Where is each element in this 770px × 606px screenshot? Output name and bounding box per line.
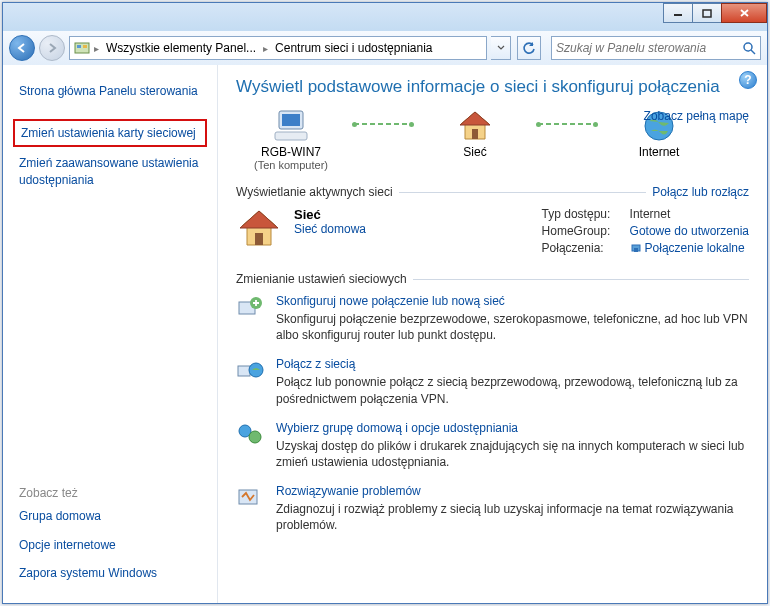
- change-settings-heading: Zmienianie ustawień sieciowych: [236, 272, 407, 286]
- chevron-right-icon: ▸: [263, 43, 268, 54]
- active-network-row: Sieć Sieć domowa Typ dostępu:Internet Ho…: [236, 207, 749, 258]
- task-link[interactable]: Wybierz grupę domową i opcje udostępnian…: [276, 421, 749, 435]
- chevron-down-icon: [497, 45, 505, 51]
- map-network-label: Sieć: [463, 145, 486, 159]
- svg-rect-0: [674, 14, 682, 16]
- prop-homegroup-label: HomeGroup:: [542, 224, 622, 238]
- task-desc: Skonfiguruj połączenie bezprzewodowe, sz…: [276, 311, 749, 343]
- address-dropdown-button[interactable]: [491, 36, 511, 60]
- refresh-icon: [522, 41, 536, 55]
- see-also-heading: Zobacz też: [13, 482, 207, 504]
- close-button[interactable]: [721, 3, 767, 23]
- minimize-button[interactable]: [663, 3, 693, 23]
- map-connection-line: [354, 109, 412, 139]
- active-networks-heading: Wyświetlanie aktywnych sieci: [236, 185, 393, 199]
- page-title: Wyświetl podstawowe informacje o sieci i…: [236, 77, 749, 97]
- svg-point-20: [249, 431, 261, 443]
- search-input[interactable]: [556, 41, 742, 55]
- map-pc-label: RGB-WIN7: [261, 145, 321, 159]
- svg-rect-3: [77, 45, 81, 48]
- computer-icon: [271, 109, 311, 143]
- prop-connection-link[interactable]: Połączenie lokalne: [630, 241, 745, 255]
- homegroup-icon: [236, 421, 264, 470]
- connect-disconnect-link[interactable]: Połącz lub rozłącz: [652, 185, 749, 199]
- task-desc: Zdiagnozuj i rozwiąż problemy z siecią l…: [276, 501, 749, 533]
- connect-network-icon: [236, 357, 264, 406]
- svg-rect-8: [282, 114, 300, 126]
- sidebar: Strona główna Panelu sterowania Zmień us…: [3, 65, 218, 603]
- task-link[interactable]: Rozwiązywanie problemów: [276, 484, 749, 498]
- task-desc: Połącz lub ponownie połącz z siecią bezp…: [276, 374, 749, 406]
- search-box[interactable]: [551, 36, 761, 60]
- map-connection-line: [538, 109, 596, 139]
- maximize-button[interactable]: [692, 3, 722, 23]
- help-icon[interactable]: ?: [739, 71, 757, 89]
- ethernet-icon: [630, 242, 642, 254]
- task-connect-network: Połącz z siecią Połącz lub ponownie połą…: [236, 357, 749, 406]
- svg-rect-14: [634, 248, 638, 252]
- see-also-windows-firewall[interactable]: Zapora systemu Windows: [13, 561, 207, 585]
- chevron-right-icon: ▸: [94, 43, 99, 54]
- svg-line-6: [751, 50, 755, 54]
- control-panel-icon: [74, 40, 90, 56]
- refresh-button[interactable]: [517, 36, 541, 60]
- nav-back-button[interactable]: [9, 35, 35, 61]
- prop-access-type-value: Internet: [630, 207, 671, 221]
- breadcrumb-root[interactable]: Wszystkie elementy Panel...: [103, 41, 259, 55]
- map-network[interactable]: Sieć: [420, 109, 530, 159]
- network-map: Zobacz pełną mapę RGB-WIN7 (Ten komputer…: [236, 109, 749, 171]
- search-icon[interactable]: [742, 41, 756, 55]
- titlebar: [3, 3, 767, 31]
- task-new-connection: Skonfiguruj nowe połączenie lub nową sie…: [236, 294, 749, 343]
- new-connection-icon: [236, 294, 264, 343]
- svg-rect-4: [83, 45, 87, 48]
- svg-rect-17: [238, 366, 250, 376]
- address-bar[interactable]: ▸ Wszystkie elementy Panel... ▸ Centrum …: [69, 36, 487, 60]
- svg-point-5: [744, 43, 752, 51]
- svg-rect-12: [255, 233, 263, 245]
- map-this-pc[interactable]: RGB-WIN7 (Ten komputer): [236, 109, 346, 171]
- prop-connections-label: Połączenia:: [542, 241, 622, 255]
- map-internet-label: Internet: [639, 145, 680, 159]
- task-homegroup-sharing: Wybierz grupę domową i opcje udostępnian…: [236, 421, 749, 470]
- svg-rect-9: [275, 132, 307, 140]
- network-type-link[interactable]: Sieć domowa: [294, 222, 366, 236]
- house-icon: [457, 109, 493, 143]
- main-content: ? Wyświetl podstawowe informacje o sieci…: [218, 65, 767, 603]
- house-icon: [236, 207, 282, 249]
- network-name: Sieć: [294, 207, 321, 222]
- view-full-map-link[interactable]: Zobacz pełną mapę: [644, 109, 749, 123]
- svg-rect-10: [472, 129, 478, 139]
- task-link[interactable]: Skonfiguruj nowe połączenie lub nową sie…: [276, 294, 749, 308]
- see-also-internet-options[interactable]: Opcje internetowe: [13, 533, 207, 557]
- navigation-bar: ▸ Wszystkie elementy Panel... ▸ Centrum …: [3, 31, 767, 65]
- control-panel-window: ▸ Wszystkie elementy Panel... ▸ Centrum …: [2, 2, 768, 604]
- sidebar-link-sharing-settings[interactable]: Zmień zaawansowane ustawienia udostępnia…: [13, 151, 207, 191]
- prop-homegroup-link[interactable]: Gotowe do utworzenia: [630, 224, 749, 238]
- task-desc: Uzyskaj dostęp do plików i drukarek znaj…: [276, 438, 749, 470]
- troubleshoot-icon: [236, 484, 264, 533]
- task-link[interactable]: Połącz z siecią: [276, 357, 749, 371]
- nav-forward-button[interactable]: [39, 35, 65, 61]
- task-troubleshoot: Rozwiązywanie problemów Zdiagnozuj i roz…: [236, 484, 749, 533]
- breadcrumb-leaf[interactable]: Centrum sieci i udostępniania: [272, 41, 435, 55]
- network-properties: Typ dostępu:Internet HomeGroup:Gotowe do…: [542, 207, 749, 258]
- see-also-section: Zobacz też Grupa domowa Opcje internetow…: [13, 482, 207, 589]
- sidebar-link-adapter-settings[interactable]: Zmień ustawienia karty sieciowej: [13, 119, 207, 147]
- prop-access-type-label: Typ dostępu:: [542, 207, 622, 221]
- svg-rect-1: [703, 10, 711, 17]
- sidebar-home-link[interactable]: Strona główna Panelu sterowania: [13, 79, 207, 103]
- see-also-homegroup[interactable]: Grupa domowa: [13, 504, 207, 528]
- map-pc-sublabel: (Ten komputer): [254, 159, 328, 171]
